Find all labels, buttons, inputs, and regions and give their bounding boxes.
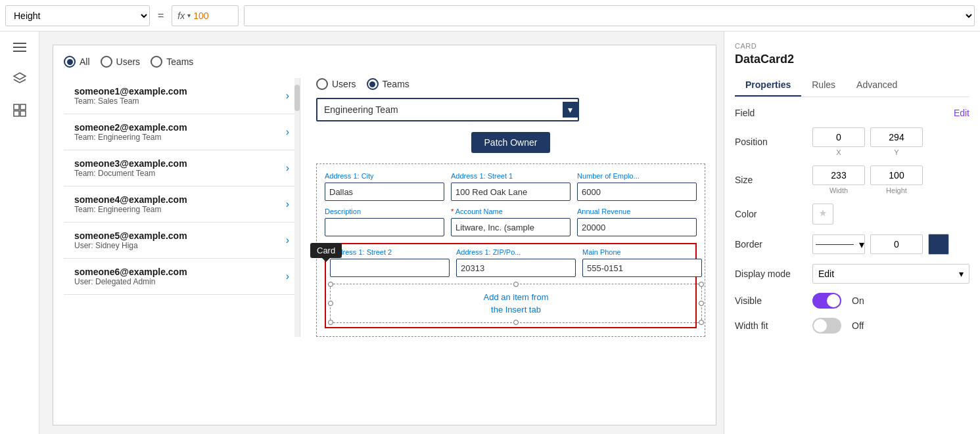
position-x-group: X [812, 127, 865, 156]
grid-icon[interactable] [9, 100, 30, 121]
size-height-input[interactable] [870, 165, 923, 185]
scroll-thumb[interactable] [294, 85, 300, 111]
layers-icon[interactable] [9, 68, 30, 89]
radio-all[interactable]: All [64, 56, 90, 68]
user-team: Team: Document Team [74, 169, 187, 178]
formula-bar[interactable]: fx ▾ [172, 5, 239, 26]
chevron-right-icon: › [286, 271, 289, 282]
form-input-phone[interactable] [582, 259, 702, 277]
radio-detail-users-label: Users [332, 79, 356, 89]
form-input-city[interactable] [325, 183, 444, 201]
handle-tl[interactable] [328, 282, 333, 287]
user-email: someone4@example.com [74, 194, 187, 205]
form-input-account[interactable] [451, 218, 571, 236]
height-dropdown[interactable]: Height [5, 5, 150, 26]
x-label: X [836, 148, 841, 156]
radio-detail-users[interactable]: Users [316, 78, 356, 90]
display-mode-value: Edit [818, 269, 834, 279]
main-layout: All Users Teams so [0, 32, 980, 434]
component-name: DataCard2 [735, 53, 969, 66]
card-tooltip: Card [310, 243, 342, 258]
size-height-group: Height [870, 165, 923, 194]
border-width-input[interactable] [870, 234, 923, 254]
visible-toggle[interactable] [812, 293, 841, 309]
field-label: Field [735, 108, 807, 118]
handle-ml[interactable] [328, 301, 333, 306]
width-fit-state: Off [852, 320, 864, 331]
tab-rules[interactable]: Rules [801, 74, 846, 97]
properties-tabs: Properties Rules Advanced [735, 74, 969, 97]
position-y-group: Y [870, 127, 923, 156]
handle-tc[interactable] [513, 282, 519, 287]
edit-link[interactable]: Edit [954, 108, 969, 118]
color-swatch[interactable] [812, 204, 833, 225]
formula-value-input[interactable] [193, 11, 233, 21]
display-mode-select[interactable]: Edit ▾ [812, 264, 969, 284]
formula-extended-bar[interactable] [244, 5, 975, 26]
list-item[interactable]: someone5@example.com User: Sidney Higa › [64, 223, 300, 259]
form-input-street1[interactable] [451, 183, 571, 201]
form-label-employees: Number of Emplo... [577, 172, 697, 180]
radio-all-circle [64, 56, 76, 68]
handle-bc[interactable] [513, 320, 519, 325]
fx-chevron: ▾ [187, 12, 191, 19]
scroll-track[interactable] [294, 78, 300, 337]
border-style-select[interactable]: ▾ [812, 234, 865, 254]
color-row: Color [735, 204, 969, 225]
tab-properties[interactable]: Properties [735, 74, 801, 97]
svg-rect-1 [13, 47, 26, 48]
list-item[interactable]: someone2@example.com Team: Engineering T… [64, 114, 300, 150]
sidebar-icons [0, 32, 39, 434]
form-label-phone: Main Phone [582, 248, 702, 256]
list-item[interactable]: someone6@example.com User: Delegated Adm… [64, 259, 300, 295]
form-input-revenue[interactable] [577, 218, 697, 236]
form-input-zip[interactable] [456, 259, 576, 277]
form-input-street2[interactable] [330, 259, 450, 277]
y-label: Y [894, 148, 898, 156]
chevron-right-icon: › [286, 90, 289, 102]
width-fit-toggle[interactable] [812, 318, 841, 334]
form-input-employees[interactable] [577, 183, 697, 201]
top-bar: Height = fx ▾ [0, 0, 980, 32]
border-color-swatch[interactable] [928, 234, 949, 255]
radio-users[interactable]: Users [101, 56, 141, 68]
formula-right-select[interactable] [245, 6, 974, 26]
form-label-account: Account Name [451, 207, 571, 215]
form-input-description[interactable] [325, 218, 444, 236]
user-list-scroll[interactable]: someone1@example.com Team: Sales Team › … [64, 78, 300, 295]
user-team: Team: Engineering Team [74, 133, 187, 142]
size-width-input[interactable] [812, 165, 865, 185]
dropdown-row: Engineering Team ▾ [316, 98, 705, 121]
radio-teams[interactable]: Teams [151, 56, 193, 68]
handle-mr[interactable] [699, 301, 704, 306]
handle-br[interactable] [699, 320, 704, 325]
list-item[interactable]: someone4@example.com Team: Engineering T… [64, 186, 300, 223]
border-chevron-icon: ▾ [859, 238, 864, 251]
position-y-input[interactable] [870, 127, 923, 147]
radio-detail-teams-label: Teams [383, 79, 409, 89]
width-label: Width [829, 186, 848, 194]
width-fit-row: Width fit Off [735, 318, 969, 334]
team-dropdown[interactable]: Engineering Team ▾ [316, 98, 579, 121]
position-x-input[interactable] [812, 127, 865, 147]
form-field-description: Description [325, 207, 444, 236]
selected-card-area: Address 1: Street 2 Address 1: ZIP/Po...… [325, 243, 697, 328]
user-team: Team: Sales Team [74, 97, 187, 106]
color-label: Color [735, 209, 807, 219]
position-label: Position [735, 137, 807, 147]
form-label-description: Description [325, 207, 444, 215]
tab-advanced[interactable]: Advanced [846, 74, 908, 97]
form-label-city: Address 1: City [325, 172, 444, 180]
handle-tr[interactable] [699, 282, 704, 287]
list-item[interactable]: someone1@example.com Team: Sales Team › [64, 78, 300, 114]
radio-all-label: All [80, 56, 90, 67]
menu-icon[interactable] [9, 37, 30, 58]
top-radio-group: All Users Teams [64, 56, 705, 68]
list-item[interactable]: someone3@example.com Team: Document Team… [64, 150, 300, 186]
radio-detail-teams[interactable]: Teams [367, 78, 409, 90]
patch-owner-button[interactable]: Patch Owner [471, 132, 551, 153]
handle-bl[interactable] [328, 320, 333, 325]
teams-radio-group: Users Teams [316, 78, 705, 90]
form-field-employees: Number of Emplo... [577, 172, 697, 201]
properties-panel: CARD DataCard2 Properties Rules Advanced… [724, 32, 980, 434]
